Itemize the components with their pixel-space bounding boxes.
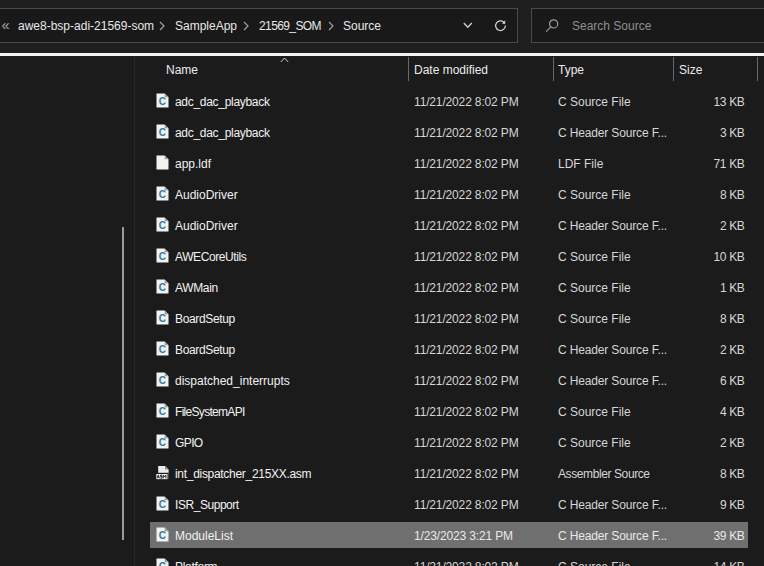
svg-text:C: C	[159, 189, 166, 200]
svg-text:C: C	[159, 313, 166, 324]
svg-text:C: C	[159, 406, 166, 417]
svg-text:C: C	[159, 437, 166, 448]
svg-text:C: C	[159, 530, 166, 541]
svg-text:C: C	[159, 220, 166, 231]
svg-text:C: C	[159, 375, 166, 386]
svg-text:C: C	[159, 127, 166, 138]
svg-text:C: C	[159, 282, 166, 293]
svg-text:C: C	[159, 96, 166, 107]
svg-text:C: C	[159, 251, 166, 262]
svg-text:C: C	[159, 499, 166, 510]
svg-text:C: C	[159, 344, 166, 355]
svg-text:C: C	[159, 561, 166, 566]
